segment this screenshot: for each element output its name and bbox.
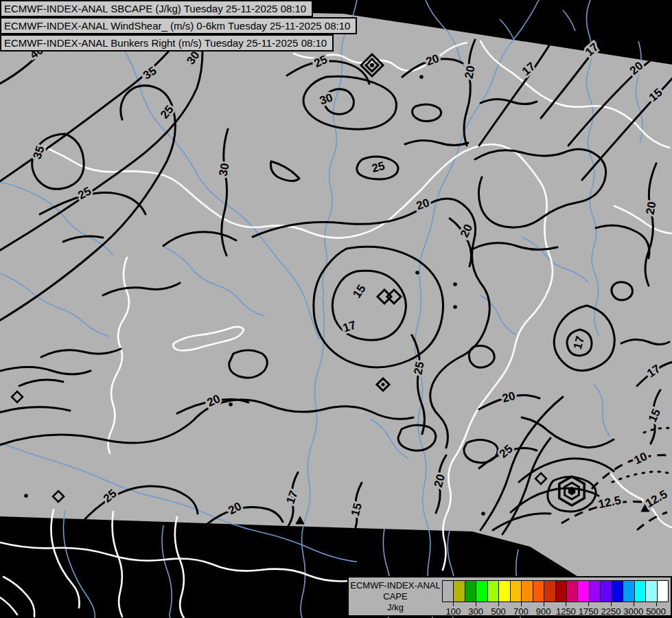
weather-map-stage: 4035302535253025202030251717201520202015… (0, 0, 672, 618)
header-line-windshear: ECMWF-INDEX-ANAL WindShear_ (m/s) 0-6km … (0, 17, 357, 34)
legend-title-line3: J/kg (349, 602, 442, 613)
legend-tick-label: 900 (536, 606, 551, 617)
legend-color-cell (578, 581, 589, 602)
legend-color-cell (556, 581, 567, 602)
border-line (3, 577, 34, 617)
contour-label: 20 (643, 201, 658, 216)
legend-color-cell (488, 581, 499, 602)
legend-tick-label: 1250 (556, 606, 576, 617)
legend-color-cell (646, 581, 657, 602)
legend-color-cell (454, 581, 465, 602)
river (162, 525, 172, 618)
legend-title-line1: ECMWF-INDEX-ANAL (349, 580, 442, 591)
legend-color-cell (590, 581, 601, 602)
legend-tick-label: 5000 (646, 606, 666, 617)
legend-tick-label: 100 (446, 606, 461, 617)
cape-legend: ECMWF-INDEX-ANAL CAPE J/kg 1003005007009… (347, 576, 672, 617)
header-line-bunkers: ECMWF-INDEX-ANAL Bunkers Right (m/s) Tue… (0, 34, 334, 52)
legend-color-cell (567, 581, 578, 602)
header-line-sbcape: ECMWF-INDEX-ANAL SBCAPE (J/kg) Tuesday 2… (0, 0, 313, 17)
contour-map: 4035302535253025202030251717201520202015… (0, 0, 672, 618)
contour-dot (453, 305, 457, 309)
border-line (0, 597, 17, 615)
legend-color-cell (499, 581, 510, 602)
storm-motion-marker (569, 488, 575, 494)
legend-color-cell (635, 581, 646, 602)
legend-tick-label: 500 (491, 606, 506, 617)
storm-motion-marker (382, 383, 385, 387)
contour-label: 20 (462, 65, 477, 80)
legend-colorbar-area: 10030050070090012501750225030005000 (442, 577, 671, 615)
legend-color-cell (612, 581, 623, 602)
legend-tick-label: 3000 (623, 606, 643, 617)
legend-tick-label: 700 (513, 606, 529, 617)
legend-tick-label: 300 (468, 606, 483, 617)
legend-color-cell (511, 581, 522, 602)
storm-motion-marker (370, 63, 374, 67)
legend-color-cell (476, 581, 487, 602)
legend-color-cell (465, 581, 476, 602)
border-line (175, 517, 184, 618)
river (563, 10, 575, 31)
legend-color-cell (443, 581, 454, 602)
contour-dot (481, 512, 485, 516)
legend-color-cell (658, 581, 668, 602)
contour-dot (419, 75, 424, 79)
river (500, 19, 513, 38)
legend-color-cell (522, 581, 533, 602)
contour-label: 30 (216, 162, 231, 177)
legend-color-cell (533, 581, 544, 602)
legend-color-cell (544, 581, 555, 602)
contour-dot (453, 282, 457, 286)
legend-colorbar (442, 580, 669, 602)
contour-dot (415, 271, 419, 275)
legend-tick-label: 2250 (601, 606, 621, 617)
border-line (113, 512, 122, 617)
border-line (51, 510, 79, 608)
legend-title: ECMWF-INDEX-ANAL CAPE J/kg (349, 577, 442, 615)
contour-label: 25 (411, 360, 427, 376)
legend-color-cell (601, 581, 612, 602)
legend-color-cell (623, 581, 634, 602)
contour-dot (24, 494, 28, 498)
legend-tick-label: 1750 (579, 606, 599, 617)
contour-dot (229, 402, 233, 407)
legend-title-line2: CAPE (349, 591, 442, 602)
